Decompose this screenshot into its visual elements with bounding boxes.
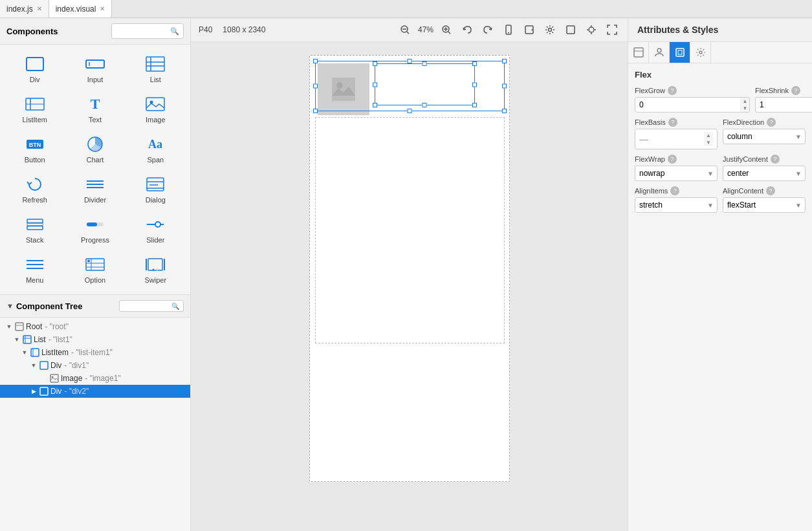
tree-item-div2[interactable]: ▶ Div - "div2": [0, 385, 190, 398]
justifycontent-select[interactable]: flex-start flex-end center space-between…: [723, 166, 792, 180]
outer-handle-mr[interactable]: [502, 84, 507, 89]
component-chart[interactable]: Chart: [65, 130, 124, 169]
flexshrink-input[interactable]: [756, 98, 812, 112]
tree-item-image1[interactable]: Image - "image1": [0, 372, 190, 385]
tab-layout[interactable]: [628, 42, 649, 63]
progress-icon: [85, 215, 105, 233]
right-panel-tabs: [628, 42, 812, 63]
tree-item-div1[interactable]: ▼ Div - "div1": [0, 359, 190, 372]
component-progress[interactable]: Progress: [65, 210, 124, 249]
tree-search[interactable]: [124, 302, 169, 310]
outer-handle-tc[interactable]: [408, 59, 412, 63]
tree-item-list[interactable]: ▼ List - "list1": [0, 333, 190, 346]
canvas-toolbar: P40 1080 x 2340 47%: [191, 18, 628, 42]
outer-handle-br[interactable]: [502, 109, 507, 113]
component-span[interactable]: Aa Span: [126, 130, 185, 169]
square-button[interactable]: [563, 22, 578, 38]
svg-rect-40: [148, 259, 162, 270]
component-refresh[interactable]: Refresh: [5, 170, 64, 209]
tree-item-listitem[interactable]: ▼ ListItem - "list-item1": [0, 346, 190, 359]
component-list[interactable]: List: [126, 50, 185, 89]
tree-item-root[interactable]: ▼ Root - "root": [0, 320, 190, 333]
tree-header: ▼ Component Tree 🔍: [0, 295, 190, 318]
swiper-icon: [145, 255, 166, 274]
flexgrow-spin-down[interactable]: ▼: [740, 105, 749, 112]
tab-index-visual[interactable]: index.visual ✕: [49, 0, 113, 17]
component-label-slider: Slider: [146, 236, 164, 244]
alignitems-select[interactable]: flex-start flex-end center stretch basel…: [635, 198, 704, 212]
flexbasis-spin-up[interactable]: ▲: [704, 132, 713, 139]
aligncontent-select[interactable]: flexStart flex-end center stretch space-…: [723, 198, 792, 212]
tree-item-id-div2: - "div2": [64, 387, 89, 396]
tree-item-name-image1: Image: [61, 374, 82, 383]
tab-person[interactable]: [649, 42, 670, 63]
flexshrink-help[interactable]: ?: [791, 86, 800, 95]
flexwrap-select[interactable]: nowrap wrap wrap-reverse: [635, 166, 704, 180]
justifycontent-help[interactable]: ?: [771, 155, 780, 164]
flexgrow-input[interactable]: [635, 98, 740, 112]
component-input[interactable]: Input: [65, 50, 124, 89]
handle-bc[interactable]: [422, 103, 427, 107]
component-dialog[interactable]: Dialog: [126, 170, 185, 209]
component-label-option: Option: [85, 276, 105, 284]
component-menu[interactable]: Menu: [5, 250, 64, 289]
component-swiper[interactable]: Swiper: [126, 250, 185, 289]
component-stack[interactable]: Stack: [5, 210, 64, 249]
handle-tr[interactable]: [472, 61, 477, 66]
outer-handle-ml[interactable]: [313, 84, 318, 89]
aligncontent-help[interactable]: ?: [766, 186, 775, 195]
tree-item-id-list: - "list1": [49, 335, 72, 344]
close-tab-index-visual[interactable]: ✕: [100, 5, 105, 12]
phone-view-button[interactable]: [501, 22, 516, 38]
flexwrap-help[interactable]: ?: [668, 155, 677, 164]
settings-icon-button[interactable]: [542, 22, 558, 38]
component-option[interactable]: Option: [65, 250, 124, 289]
component-button[interactable]: BTN Button: [5, 130, 64, 169]
fullscreen-button[interactable]: [604, 22, 620, 38]
flexbasis-spin-down[interactable]: ▼: [704, 139, 713, 146]
component-div[interactable]: Div: [5, 50, 64, 89]
handle-br[interactable]: [472, 103, 477, 107]
zoom-out-button[interactable]: [397, 22, 413, 38]
zoom-in-button[interactable]: [439, 22, 454, 38]
flexgrow-spin-up[interactable]: ▲: [740, 98, 749, 105]
image-icon: [145, 95, 166, 113]
redo-button[interactable]: [480, 22, 496, 38]
component-image[interactable]: Image: [126, 90, 185, 129]
tablet-view-button[interactable]: [521, 22, 537, 38]
outer-handle-bl[interactable]: [313, 109, 318, 113]
flexdirection-select[interactable]: row column row-reverse column-reverse: [723, 129, 792, 144]
component-slider[interactable]: Slider: [126, 210, 185, 249]
outer-handle-bc[interactable]: [408, 109, 412, 113]
tree-arrow-listitem: ▼: [21, 349, 28, 356]
undo-button[interactable]: [459, 22, 475, 38]
handle-bl[interactable]: [373, 103, 377, 107]
stack-icon: [25, 215, 45, 233]
handle-mr[interactable]: [472, 82, 477, 87]
handle-ml[interactable]: [373, 82, 377, 87]
tree-item-id-div1: - "div1": [64, 361, 89, 370]
components-search[interactable]: [116, 25, 168, 37]
svg-point-81: [699, 51, 702, 54]
tab-box[interactable]: [670, 42, 690, 63]
component-divider[interactable]: Divider: [65, 170, 124, 209]
component-label-listitem: ListItem: [22, 116, 47, 124]
close-tab-index-js[interactable]: ✕: [37, 5, 42, 12]
flexbasis-help[interactable]: ?: [668, 118, 677, 127]
theme-button[interactable]: [584, 22, 599, 38]
tree-item-id-listitem: - "list-item1": [71, 348, 113, 357]
outer-handle-tr[interactable]: [502, 59, 507, 63]
flexgrow-help[interactable]: ?: [668, 86, 677, 95]
component-listitem[interactable]: ListItem: [5, 90, 64, 129]
handle-tl[interactable]: [373, 61, 377, 66]
tab-settings[interactable]: [690, 42, 711, 63]
components-title: Components: [6, 27, 111, 36]
handle-tc[interactable]: [422, 61, 427, 66]
tab-index-js[interactable]: index.js ✕: [0, 0, 49, 17]
flexdirection-help[interactable]: ?: [767, 118, 776, 127]
component-text[interactable]: T Text: [65, 90, 124, 129]
component-label-button: Button: [25, 156, 45, 164]
outer-handle-tl[interactable]: [313, 59, 318, 63]
alignitems-help[interactable]: ?: [670, 186, 679, 195]
svg-rect-0: [27, 58, 43, 70]
